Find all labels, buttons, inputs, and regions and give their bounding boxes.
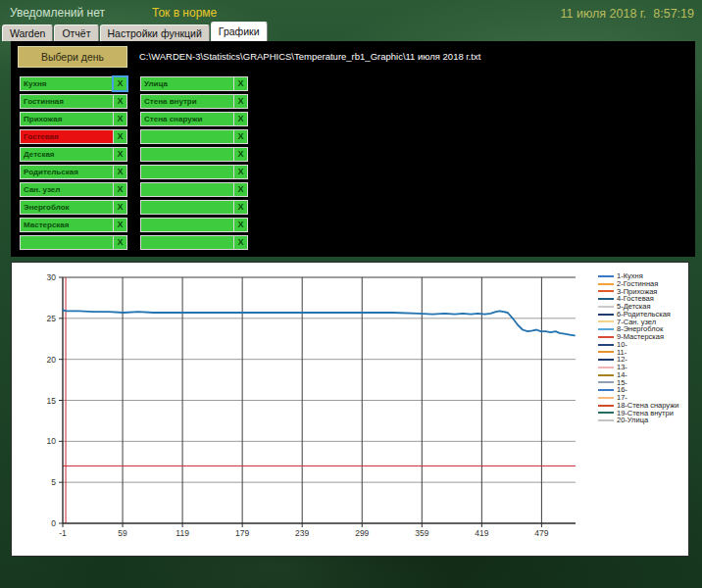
room-button-кухня[interactable]: Кухня <box>20 76 116 91</box>
legend-color-swatch <box>598 367 614 368</box>
room-close-button[interactable]: X <box>233 112 248 126</box>
room-close-button[interactable]: X <box>233 129 248 144</box>
x-tick-label: 179 <box>235 528 249 538</box>
graph-control-panel: Выбери день C:\WARDEN-3\Statistics\GRAPH… <box>11 41 695 257</box>
legend-color-swatch <box>598 328 614 330</box>
y-tick-label: 20 <box>47 355 57 365</box>
tab-отчёт[interactable]: Отчёт <box>54 24 98 41</box>
room-button-гостинная[interactable]: Гостинная <box>20 94 116 109</box>
room-close-button[interactable]: X <box>233 218 248 232</box>
room-close-button[interactable]: X <box>233 182 248 197</box>
legend-color-swatch <box>598 298 614 300</box>
legend-color-swatch <box>598 320 614 322</box>
x-tick-label: 239 <box>295 528 309 538</box>
chart-background <box>12 263 688 556</box>
tab-warden[interactable]: Warden <box>2 24 53 41</box>
room-button-детская[interactable]: Детская <box>20 147 116 162</box>
room-close-button[interactable]: X <box>233 94 248 109</box>
temperature-chart-svg: 051015202530-159119179239299359419479 <box>12 263 688 556</box>
legend-color-swatch <box>598 336 614 338</box>
tab-bar: WardenОтчётНастройки функцийГрафики <box>2 24 269 41</box>
room-close-button[interactable]: X <box>113 112 127 126</box>
y-tick-label: 5 <box>51 477 56 487</box>
room-close-button[interactable]: X <box>112 75 128 92</box>
datetime-display: 11 июля 2018 г. 8:57:19 <box>560 7 694 21</box>
room-close-button[interactable]: X <box>113 165 127 179</box>
room-close-button[interactable]: X <box>233 165 248 179</box>
legend-color-swatch <box>598 314 614 316</box>
legend-color-swatch <box>598 283 614 285</box>
legend-color-swatch <box>598 419 614 421</box>
tab-графики[interactable]: Графики <box>211 22 268 41</box>
room-close-button[interactable]: X <box>233 200 248 215</box>
room-button-empty[interactable] <box>140 165 236 179</box>
room-button-прихожая[interactable]: Прихожая <box>20 112 116 126</box>
room-button-empty[interactable] <box>140 200 236 215</box>
y-tick-label: 25 <box>47 314 57 323</box>
temperature-chart: 051015202530-159119179239299359419479 <box>12 263 688 560</box>
legend-color-swatch <box>598 397 614 399</box>
legend-item: 14- <box>598 371 688 379</box>
room-close-button[interactable]: X <box>113 94 127 109</box>
room-close-button[interactable]: X <box>113 235 127 250</box>
legend-color-swatch <box>598 412 614 414</box>
legend-item: 11- <box>598 349 688 357</box>
x-tick-label: 299 <box>355 528 369 538</box>
room-button-сан-узел[interactable]: Сан. узел <box>20 182 116 197</box>
legend-color-swatch <box>598 389 614 391</box>
legend-color-swatch <box>598 351 614 353</box>
room-close-button[interactable]: X <box>233 235 248 250</box>
room-close-button[interactable]: X <box>113 200 127 215</box>
room-button-стена-внутри[interactable]: Стена внутри <box>140 94 236 109</box>
legend-color-swatch <box>598 405 614 407</box>
legend-item: 10- <box>598 341 688 349</box>
legend-color-swatch <box>598 275 614 277</box>
y-tick-label: 0 <box>51 518 56 528</box>
legend-item: 12- <box>598 356 688 364</box>
room-button-мастерская[interactable]: Мастерская <box>20 218 116 232</box>
x-tick-label: 479 <box>534 528 548 538</box>
notifications-status: Уведомлений нет <box>10 6 105 20</box>
room-button-empty[interactable] <box>140 147 236 162</box>
status-bar: Уведомлений нет Ток в норме 11 июля 2018… <box>0 0 702 25</box>
room-button-empty[interactable] <box>140 182 236 197</box>
room-close-button[interactable]: X <box>113 147 127 162</box>
x-tick-label: 419 <box>475 528 488 538</box>
legend-label: 20-Улица <box>617 416 648 424</box>
room-close-button[interactable]: X <box>233 76 248 91</box>
room-close-button[interactable]: X <box>113 218 127 232</box>
warden-app-window: { "header": { "notifications": "Уведомле… <box>0 0 702 588</box>
tab-настройки-функций[interactable]: Настройки функций <box>100 24 210 41</box>
legend-color-swatch <box>598 290 614 292</box>
room-close-button[interactable]: X <box>113 182 127 197</box>
room-button-гостевая[interactable]: Гостевая <box>20 129 116 144</box>
legend-item: 16- <box>598 386 688 394</box>
legend-color-swatch <box>598 359 614 361</box>
room-button-стена-снаружи[interactable]: Стена снаружи <box>140 112 236 126</box>
y-tick-label: 10 <box>47 436 57 446</box>
room-button-empty[interactable] <box>140 218 236 232</box>
legend-item: 15- <box>598 379 688 387</box>
legend-color-swatch <box>598 381 614 383</box>
y-tick-label: 30 <box>47 272 57 282</box>
room-button-родительская[interactable]: Родительская <box>20 165 116 179</box>
x-tick-label: 59 <box>118 528 127 538</box>
room-close-button[interactable]: X <box>113 129 127 144</box>
graph-file-path: C:\WARDEN-3\Statistics\GRAPHICS\Temperat… <box>139 51 480 62</box>
legend-color-swatch <box>598 306 614 308</box>
room-button-энергоблок[interactable]: Энергоблок <box>20 200 116 215</box>
legend-item: 20-Улица <box>598 416 688 424</box>
chart-legend: 1-Кухня2-Гостинная3-Прихожая4-Гостевая5-… <box>598 272 688 424</box>
x-tick-label: 359 <box>415 528 428 538</box>
room-button-улица[interactable]: Улица <box>140 76 236 91</box>
legend-color-swatch <box>598 374 614 376</box>
room-button-empty[interactable] <box>140 235 236 250</box>
legend-item: 9-Мастерская <box>598 333 688 341</box>
current-ok-status: Ток в норме <box>152 6 217 20</box>
room-close-button[interactable]: X <box>233 147 248 162</box>
room-button-empty[interactable] <box>20 235 116 250</box>
x-tick-label: -1 <box>59 528 67 538</box>
room-button-empty[interactable] <box>140 129 236 144</box>
legend-color-swatch <box>598 344 614 346</box>
pick-day-button[interactable]: Выбери день <box>18 46 127 68</box>
